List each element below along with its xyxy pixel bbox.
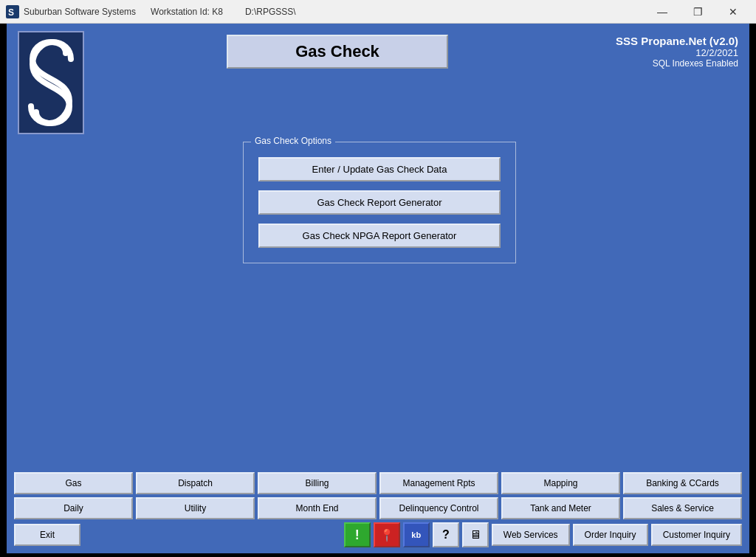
daily-button[interactable]: Daily <box>14 497 133 519</box>
monitor-icon: 🖥 <box>470 528 481 542</box>
app-title: Gas Check <box>227 35 448 69</box>
kb-icon: kb <box>411 530 421 539</box>
window-controls: — ❐ ✕ <box>645 1 750 22</box>
dispatch-button[interactable]: Dispatch <box>136 472 255 494</box>
pin-icon-button[interactable]: 📍 <box>374 522 400 547</box>
company-logo <box>18 31 84 134</box>
sss-title: SSS Propane.Net (v2.0) <box>591 35 738 47</box>
company-name: Suburban Software Systems <box>24 7 136 17</box>
app-icon: S <box>6 5 19 18</box>
help-icon-button[interactable]: ? <box>433 522 459 547</box>
top-right-info: SSS Propane.Net (v2.0) 12/2/2021 SQL Ind… <box>591 31 738 69</box>
question-icon: ? <box>442 528 450 542</box>
workstation-id: Workstation Id: K8 <box>151 7 223 17</box>
options-panel: Gas Check Options Enter / Update Gas Che… <box>243 142 516 263</box>
exclamation-icon: ! <box>355 527 360 543</box>
close-button[interactable]: ✕ <box>716 1 750 22</box>
title-bar: S Suburban Software Systems Workstation … <box>0 0 756 24</box>
gas-button[interactable]: Gas <box>14 472 133 494</box>
mapping-button[interactable]: Mapping <box>501 472 620 494</box>
restore-button[interactable]: ❐ <box>681 1 715 22</box>
tank-meter-button[interactable]: Tank and Meter <box>501 497 620 519</box>
main-window: Gas Check SSS Propane.Net (v2.0) 12/2/20… <box>7 24 749 553</box>
bottom-nav: Gas Dispatch Billing Management Rpts Map… <box>7 466 749 553</box>
order-inquiry-button[interactable]: Order Inquiry <box>573 524 648 546</box>
banking-button[interactable]: Banking & CCards <box>623 472 742 494</box>
web-services-button[interactable]: Web Services <box>492 524 570 546</box>
report-generator-button[interactable]: Gas Check Report Generator <box>258 190 501 215</box>
minimize-button[interactable]: — <box>645 1 679 22</box>
svg-text:S: S <box>8 7 14 17</box>
monitor-icon-button[interactable]: 🖥 <box>462 522 489 547</box>
management-rpts-button[interactable]: Management Rpts <box>379 472 498 494</box>
npga-report-button[interactable]: Gas Check NPGA Report Generator <box>258 224 501 248</box>
bottom-icons-row: Exit ! 📍 kb ? 🖥 Web Services Order Inqui… <box>14 522 742 547</box>
title-center: Gas Check <box>84 31 591 69</box>
sql-status: SQL Indexes Enabled <box>591 58 738 69</box>
month-end-button[interactable]: Month End <box>258 497 377 519</box>
location-pin-icon: 📍 <box>379 528 394 542</box>
utility-button[interactable]: Utility <box>136 497 255 519</box>
billing-button[interactable]: Billing <box>258 472 377 494</box>
exit-button[interactable]: Exit <box>14 524 80 546</box>
kb-icon-button[interactable]: kb <box>403 522 430 547</box>
customer-inquiry-button[interactable]: Customer Inquiry <box>651 524 742 546</box>
header-area: Gas Check SSS Propane.Net (v2.0) 12/2/20… <box>7 24 749 134</box>
app-date: 12/2/2021 <box>591 47 738 58</box>
nav-row-1: Gas Dispatch Billing Management Rpts Map… <box>14 472 742 494</box>
delinquency-button[interactable]: Delinquency Control <box>379 497 498 519</box>
nav-row-2: Daily Utility Month End Delinquency Cont… <box>14 497 742 519</box>
exclamation-icon-button[interactable]: ! <box>344 522 371 547</box>
file-path: D:\RPGSSS\ <box>245 7 645 17</box>
options-legend: Gas Check Options <box>251 136 335 146</box>
enter-update-button[interactable]: Enter / Update Gas Check Data <box>258 157 501 181</box>
sales-service-button[interactable]: Sales & Service <box>623 497 742 519</box>
